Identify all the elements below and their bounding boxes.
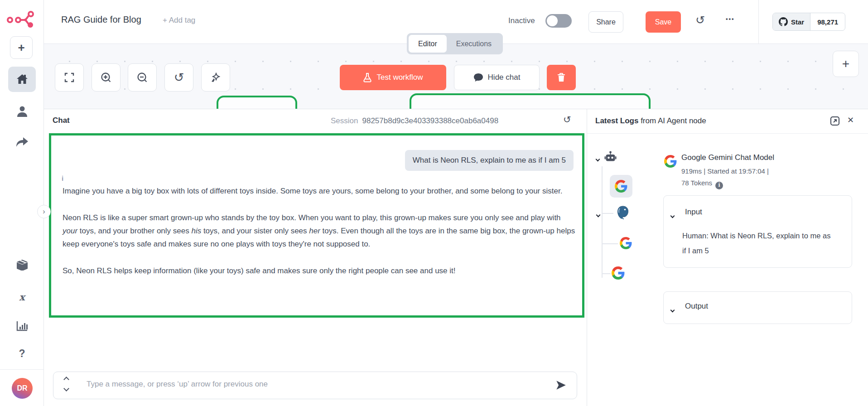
sidebar-divider bbox=[0, 369, 43, 370]
message-history-arrows[interactable] bbox=[64, 377, 68, 391]
more-options-icon[interactable]: ••• bbox=[726, 15, 735, 22]
sidebar: + x ? bbox=[0, 0, 44, 406]
input-section-label[interactable]: Input bbox=[685, 208, 702, 217]
delete-chat-button[interactable] bbox=[547, 65, 576, 90]
github-star-widget[interactable]: Star 98,271 bbox=[772, 13, 845, 31]
save-button[interactable]: Save bbox=[646, 11, 681, 33]
workflow-status-label: Inactive bbox=[508, 16, 535, 25]
google-g-icon bbox=[620, 237, 632, 249]
logs-title-bold: Latest Logs bbox=[595, 116, 638, 125]
tree-chevron-down-icon[interactable] bbox=[597, 210, 600, 218]
workflow-canvas-area: ↺ Test workflow Hide chat + C bbox=[44, 44, 868, 406]
workflow-node-group-outline[interactable] bbox=[410, 93, 651, 109]
open-logs-icon[interactable] bbox=[830, 116, 840, 126]
tree-connector-stub bbox=[602, 243, 618, 244]
fit-view-icon bbox=[64, 72, 75, 83]
plus-icon: + bbox=[18, 41, 24, 55]
reset-zoom-icon: ↺ bbox=[174, 70, 184, 85]
help-icon: ? bbox=[19, 348, 25, 360]
info-badge-icon[interactable]: i bbox=[715, 182, 723, 189]
ai-agent-robot-icon[interactable] bbox=[604, 151, 617, 163]
chevron-up-icon[interactable] bbox=[63, 377, 69, 382]
model-name[interactable]: Google Gemini Chat Model bbox=[681, 153, 774, 162]
avatar[interactable]: DR bbox=[12, 378, 33, 399]
session-id: 98257b8d9c3e403393388ce0ab6a0498 bbox=[362, 116, 498, 125]
chevron-right-icon: › bbox=[43, 208, 45, 216]
user-chat-message: What is Neon RLS, explain to me as if I … bbox=[405, 150, 574, 171]
output-section-label[interactable]: Output bbox=[685, 302, 708, 311]
sidebar-item-variables[interactable]: x bbox=[0, 289, 44, 305]
editor-tabs: Editor Executions bbox=[407, 33, 503, 54]
bar-chart-icon bbox=[16, 320, 28, 332]
google-g-icon bbox=[615, 180, 627, 193]
sidebar-item-templates[interactable] bbox=[0, 256, 44, 273]
sidebar-item-insights[interactable] bbox=[0, 318, 44, 334]
close-logs-icon[interactable]: ✕ bbox=[847, 115, 854, 125]
n8n-app: + x ? bbox=[0, 0, 868, 406]
sidebar-item-home[interactable] bbox=[8, 67, 36, 92]
n8n-logo-icon bbox=[6, 10, 37, 28]
workflow-title[interactable]: RAG Guide for Blog bbox=[61, 14, 141, 25]
sidebar-expand-button[interactable]: › bbox=[37, 205, 51, 218]
tab-executions[interactable]: Executions bbox=[447, 35, 501, 53]
header-divider bbox=[758, 0, 759, 44]
add-tag-button[interactable]: + Add tag bbox=[163, 16, 195, 25]
sidebar-item-shared[interactable] bbox=[0, 135, 44, 151]
test-workflow-label: Test workflow bbox=[376, 73, 423, 82]
chat-panel: Chat Session98257b8d9c3e403393388ce0ab6a… bbox=[44, 109, 587, 406]
tree-node-gemini-3[interactable] bbox=[612, 266, 625, 280]
zoom-in-button[interactable] bbox=[92, 63, 121, 92]
reset-zoom-button[interactable]: ↺ bbox=[164, 63, 193, 92]
active-toggle[interactable] bbox=[545, 14, 572, 28]
fit-view-button[interactable] bbox=[55, 63, 84, 92]
send-icon[interactable] bbox=[555, 379, 567, 391]
logs-panel-title: Latest Logs from AI Agent node bbox=[595, 116, 706, 126]
add-node-button[interactable]: + bbox=[833, 51, 859, 77]
input-section: Input Human: What is Neon RLS, explain t… bbox=[663, 195, 852, 268]
info-icon[interactable]: i bbox=[62, 174, 63, 182]
plus-icon: + bbox=[842, 57, 849, 71]
tab-editor[interactable]: Editor bbox=[409, 35, 447, 53]
workflow-node-outline[interactable] bbox=[217, 96, 297, 109]
postgres-icon[interactable] bbox=[616, 205, 630, 220]
github-star-count[interactable]: 98,271 bbox=[810, 13, 845, 30]
session-info: Session98257b8d9c3e403393388ce0ab6a0498 bbox=[331, 116, 498, 126]
zoom-in-icon bbox=[100, 72, 112, 83]
output-collapse-icon[interactable] bbox=[671, 305, 674, 314]
input-collapse-icon[interactable] bbox=[671, 211, 674, 219]
share-button[interactable]: Share bbox=[588, 11, 623, 33]
session-label: Session bbox=[331, 116, 358, 125]
tree-connector-stub bbox=[602, 273, 611, 274]
model-meta: 919ms | Started at 19:57:04 | 78 Tokensi bbox=[681, 165, 769, 189]
output-section: Output bbox=[663, 291, 852, 324]
tidy-up-button[interactable] bbox=[201, 63, 230, 92]
avatar-initials: DR bbox=[17, 384, 27, 392]
chat-input[interactable]: Type a message, or press ‘up’ arrow for … bbox=[53, 372, 577, 399]
sidebar-item-personal[interactable] bbox=[0, 103, 44, 120]
tree-connector-line bbox=[602, 166, 603, 278]
chevron-down-icon[interactable] bbox=[63, 386, 69, 392]
test-workflow-button[interactable]: Test workflow bbox=[340, 65, 446, 90]
tree-node-gemini-selected[interactable] bbox=[610, 175, 632, 198]
github-star-button[interactable]: Star bbox=[773, 13, 810, 30]
variables-icon: x bbox=[19, 291, 25, 303]
logs-header-divider bbox=[587, 133, 868, 134]
tree-node-gemini-2[interactable] bbox=[620, 237, 632, 249]
history-icon[interactable]: ↺ bbox=[695, 14, 705, 27]
sidebar-add-workflow-button[interactable]: + bbox=[10, 36, 33, 59]
tree-chevron-down-icon[interactable] bbox=[596, 155, 599, 163]
github-star-label: Star bbox=[791, 18, 804, 26]
tree-connector-stub bbox=[602, 213, 613, 214]
hide-chat-button[interactable]: Hide chat bbox=[454, 65, 540, 90]
session-reset-icon[interactable]: ↺ bbox=[563, 114, 571, 125]
zoom-out-button[interactable] bbox=[128, 63, 157, 92]
chat-input-placeholder[interactable]: Type a message, or press ‘up’ arrow for … bbox=[87, 380, 268, 389]
gemini-model-icon bbox=[664, 155, 677, 168]
toggle-knob bbox=[547, 15, 558, 26]
sidebar-item-help[interactable]: ? bbox=[0, 345, 44, 362]
logs-panel: Latest Logs from AI Agent node ✕ bbox=[587, 109, 868, 406]
github-icon bbox=[779, 17, 788, 26]
chat-bubble-icon bbox=[473, 73, 483, 82]
trash-icon bbox=[557, 72, 566, 82]
chat-panel-title: Chat bbox=[53, 116, 70, 125]
